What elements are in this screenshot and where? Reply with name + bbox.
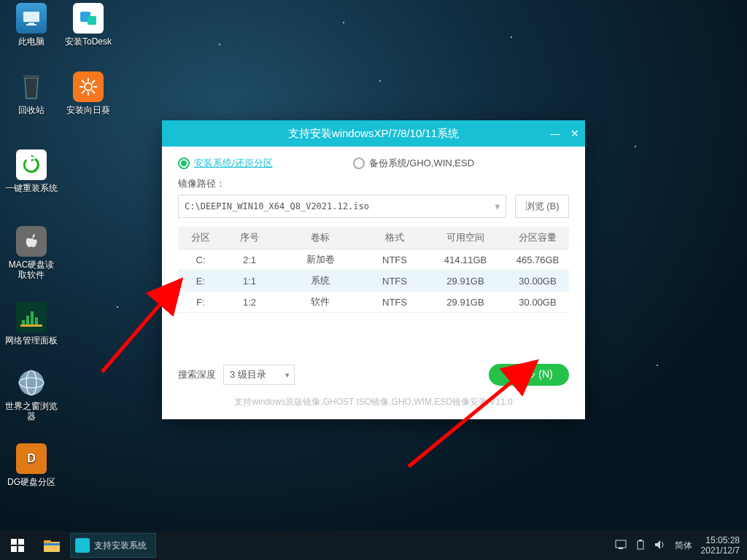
table-row[interactable]: E:1:1系统NTFS29.91GB30.00GB (178, 271, 569, 292)
svg-rect-31 (44, 543, 60, 545)
svg-line-21 (82, 90, 85, 93)
svg-rect-5 (26, 316, 29, 324)
svg-rect-3 (23, 75, 39, 78)
svg-rect-28 (18, 546, 24, 552)
svg-rect-34 (638, 541, 643, 549)
svg-rect-1 (28, 23, 34, 24)
mode-install-radio[interactable]: 安装系统/还原分区 (178, 157, 273, 170)
image-path-dropdown[interactable]: C:\DEEPIN_WIN10_X64_Q8_V2021.12.iso ▼ (178, 195, 506, 218)
svg-point-14 (85, 83, 92, 90)
window-title: 支持安装windowsXP/7/8/10/11系统 (288, 127, 459, 141)
tray-volume-icon[interactable] (654, 540, 666, 552)
start-button[interactable] (0, 531, 35, 560)
desktop-icon-recycle-bin[interactable]: 回收站 (4, 71, 58, 115)
depth-label: 搜索深度 (178, 368, 216, 381)
desktop-icon-todesk[interactable]: 安装ToDesk (61, 3, 115, 47)
close-button[interactable]: ✕ (570, 128, 579, 139)
table-row[interactable]: C:2:1新加卷NTFS414.11GB465.76GB (178, 249, 569, 271)
tray-clock[interactable]: 15:05:28 2021/12/7 (701, 535, 740, 556)
svg-point-9 (19, 370, 44, 395)
titlebar: 支持安装windowsXP/7/8/10/11系统 — ✕ (162, 120, 585, 147)
taskbar-explorer-icon[interactable] (35, 531, 69, 560)
svg-line-22 (92, 80, 95, 83)
table-row[interactable]: F:1:2软件NTFS29.91GB30.00GB (178, 292, 569, 313)
svg-rect-25 (11, 539, 17, 545)
partition-table: 分区 序号 卷标 格式 可用空间 分区容量 C:2:1新加卷NTFS414.11… (178, 227, 569, 313)
svg-rect-32 (616, 540, 626, 548)
svg-rect-6 (31, 311, 34, 324)
path-label: 镜像路径： (178, 177, 569, 190)
desktop-icon-mac-disk[interactable]: MAC硬盘读取软件 (4, 226, 58, 280)
browse-button[interactable]: 浏览 (B) (515, 195, 569, 218)
chevron-down-icon: ▼ (495, 202, 500, 211)
system-tray: 简体 15:05:28 2021/12/7 (615, 531, 747, 560)
minimize-button[interactable]: — (550, 128, 560, 139)
mode-backup-radio[interactable]: 备份系统/GHO,WIN,ESD (353, 157, 474, 170)
next-button[interactable]: 下一步 (N) (489, 364, 569, 386)
desktop: 此电脑 回收站 一键重装系统 MAC硬盘读取软件 网络管理面板 世界之窗浏览器 … (0, 0, 747, 560)
installer-window: 支持安装windowsXP/7/8/10/11系统 — ✕ 安装系统/还原分区 … (162, 120, 585, 419)
desktop-icon-netpanel[interactable]: 网络管理面板 (4, 302, 58, 346)
svg-rect-0 (23, 12, 39, 22)
depth-select[interactable]: 3 级目录 (223, 365, 295, 385)
svg-line-19 (82, 80, 85, 83)
svg-rect-2 (26, 24, 36, 26)
svg-rect-26 (18, 539, 24, 545)
svg-rect-35 (639, 540, 642, 541)
svg-rect-27 (11, 546, 17, 552)
svg-rect-4 (22, 320, 25, 324)
footer-hint: 支持windows原版镜像,GHOST ISO镜像,GHO,WIM,ESD镜像安… (178, 396, 569, 408)
task-app-icon (75, 538, 90, 553)
svg-rect-8 (20, 324, 42, 327)
tray-ime[interactable]: 简体 (675, 540, 692, 552)
svg-line-20 (92, 90, 95, 93)
desktop-icon-reinstall[interactable]: 一键重装系统 (4, 149, 58, 193)
svg-rect-13 (88, 16, 96, 25)
radio-dot-icon (178, 158, 190, 169)
tray-network-icon[interactable] (615, 540, 627, 552)
radio-dot-icon (353, 158, 365, 169)
taskbar: 支持安装系统 简体 15:05:28 2021/12/7 (0, 531, 747, 560)
desktop-icon-this-pc[interactable]: 此电脑 (4, 3, 58, 47)
tray-battery-icon[interactable] (635, 540, 646, 552)
desktop-icon-browser[interactable]: 世界之窗浏览器 (4, 368, 58, 421)
desktop-icon-sunflower[interactable]: 安装向日葵 (61, 71, 115, 115)
svg-rect-33 (619, 548, 623, 549)
taskbar-task-installer[interactable]: 支持安装系统 (70, 533, 156, 558)
desktop-icon-dg[interactable]: D DG硬盘分区 (4, 443, 58, 487)
svg-rect-7 (35, 317, 38, 324)
